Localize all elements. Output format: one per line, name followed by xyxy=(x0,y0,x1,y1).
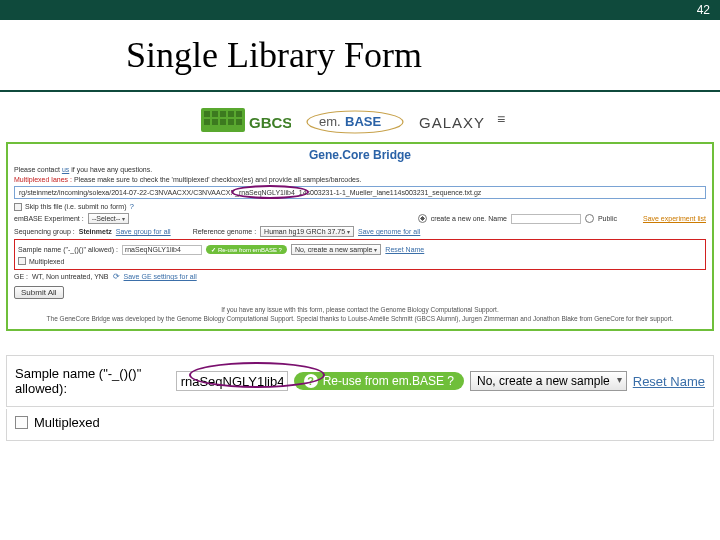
reuse-select[interactable]: No, create a new sample xyxy=(470,371,627,391)
highlight-oval-path-icon xyxy=(231,185,309,199)
reuse-select-value: No, create a new sample xyxy=(477,374,610,388)
logo-row: GBCS em. BASE GALAXY ≡ xyxy=(0,108,720,136)
gbcs-logo: GBCS xyxy=(201,108,291,136)
svg-rect-3 xyxy=(220,111,226,117)
submit-all-button[interactable]: Submit All xyxy=(14,286,64,299)
refresh-icon[interactable]: ⟳ xyxy=(113,272,120,281)
multiplexed-row-small: Multiplexed xyxy=(18,257,702,265)
footer-line-1: If you have any issue with this form, pl… xyxy=(14,305,706,314)
reuse-pill-label: Re-use from em.BASE ? xyxy=(323,374,454,388)
enlarged-multiplex-row: Multiplexed xyxy=(6,409,714,441)
ge-label: GE : xyxy=(14,273,28,280)
public-radio[interactable] xyxy=(585,214,594,223)
galaxy-logo: GALAXY ≡ xyxy=(419,108,519,136)
save-genome-link[interactable]: Save genome for all xyxy=(358,228,420,235)
panel-footer: If you have any issue with this form, pl… xyxy=(14,305,706,323)
ge-value: WT, Non untreated, YNB xyxy=(32,273,109,280)
footer-line-2: The GeneCore Bridge was developed by the… xyxy=(14,314,706,323)
svg-rect-9 xyxy=(228,119,234,125)
sample-name-input[interactable] xyxy=(176,371,288,391)
slide-title: Single Library Form xyxy=(126,34,422,76)
sample-name-label-small: Sample name ("-_()()" allowed) : xyxy=(18,246,118,253)
svg-rect-4 xyxy=(228,111,234,117)
svg-rect-6 xyxy=(204,119,210,125)
experiment-select-value: --Select-- xyxy=(92,215,121,222)
svg-rect-1 xyxy=(204,111,210,117)
question-icon: ? xyxy=(304,374,318,388)
experiment-label: emBASE Experiment : xyxy=(14,215,84,222)
multiplex-warn-text: Please make sure to check the 'multiplex… xyxy=(74,176,362,183)
skip-file-row: Skip this file (i.e. submit no form) ? xyxy=(14,202,706,211)
svg-rect-5 xyxy=(236,111,242,117)
seq-group-label: Sequencing group : xyxy=(14,228,75,235)
chevron-down-icon: ▾ xyxy=(374,246,377,253)
skip-file-checkbox[interactable] xyxy=(14,203,22,211)
svg-text:em.: em. xyxy=(319,114,341,129)
experiment-select[interactable]: --Select--▾ xyxy=(88,213,130,224)
save-experiment-link[interactable]: Save experiment list xyxy=(643,215,706,222)
ref-genome-value: Human hg19 GRCh 37.75 xyxy=(264,228,345,235)
multiplex-warn-label: Multiplexed lanes : xyxy=(14,176,72,183)
contact-prefix: Please contact xyxy=(14,166,62,173)
help-icon[interactable]: ? xyxy=(130,202,134,211)
ref-genome-select[interactable]: Human hg19 GRCh 37.75▾ xyxy=(260,226,354,237)
enlarged-sample-row: Sample name ("-_()()" allowed): ? Re-use… xyxy=(6,355,714,407)
multiplexed-checkbox-small[interactable] xyxy=(18,257,26,265)
create-new-radio[interactable] xyxy=(418,214,427,223)
multiplexed-label: Multiplexed xyxy=(34,415,100,430)
contact-suffix: if you have any questions. xyxy=(71,166,152,173)
new-name-input[interactable] xyxy=(511,214,581,224)
svg-text:GBCS: GBCS xyxy=(249,114,291,131)
svg-text:GALAXY: GALAXY xyxy=(419,114,485,131)
save-group-link[interactable]: Save group for all xyxy=(116,228,171,235)
svg-rect-8 xyxy=(220,119,226,125)
experiment-row: emBASE Experiment : --Select--▾ create a… xyxy=(14,213,706,224)
file-path-box: rg/steinmetz/incoming/solexa/2014-07-22-… xyxy=(14,186,706,199)
chevron-down-icon: ▾ xyxy=(122,215,125,222)
sample-name-label: Sample name ("-_()()" allowed): xyxy=(15,366,170,396)
sample-name-row-small: Sample name ("-_()()" allowed) : rnaSeqN… xyxy=(18,244,702,255)
embase-logo: em. BASE xyxy=(305,108,405,136)
seq-group-row: Sequencing group : Steinmetz Save group … xyxy=(14,226,706,237)
reset-name-link[interactable]: Reset Name xyxy=(633,374,705,389)
bridge-panel: Gene.Core Bridge Please contact us if yo… xyxy=(6,142,714,331)
slide-title-band: Single Library Form xyxy=(0,18,720,92)
seq-group-value: Steinmetz xyxy=(79,228,112,235)
multiplexed-checkbox[interactable] xyxy=(15,416,28,429)
chevron-down-icon: ▾ xyxy=(347,228,350,235)
svg-rect-2 xyxy=(212,111,218,117)
red-highlight-box: Sample name ("-_()()" allowed) : rnaSeqN… xyxy=(14,239,706,270)
ref-genome-label: Reference genome : xyxy=(193,228,256,235)
multiplex-warning: Multiplexed lanes : Please make sure to … xyxy=(14,176,706,183)
contact-line: Please contact us if you have any questi… xyxy=(14,166,706,173)
reuse-pill-small[interactable]: Re-use from emBASE ? xyxy=(206,245,287,254)
create-new-label: create a new one. Name xyxy=(431,215,507,222)
svg-text:≡: ≡ xyxy=(497,111,505,127)
sample-name-input-small[interactable]: rnaSeqNGLY1lib4 xyxy=(122,245,202,255)
bridge-title: Gene.Core Bridge xyxy=(14,148,706,162)
multiplexed-label-small: Multiplexed xyxy=(29,258,64,265)
svg-rect-10 xyxy=(236,119,242,125)
contact-us-link[interactable]: us xyxy=(62,166,69,173)
ge-row: GE : WT, Non untreated, YNB ⟳ Save GE se… xyxy=(14,272,706,281)
page-number-bar: 42 xyxy=(0,0,720,18)
svg-rect-7 xyxy=(212,119,218,125)
skip-file-label: Skip this file (i.e. submit no form) xyxy=(25,203,127,210)
svg-text:BASE: BASE xyxy=(345,114,381,129)
page-number: 42 xyxy=(697,3,710,17)
save-ge-link[interactable]: Save GE settings for all xyxy=(124,273,197,280)
public-label: Public xyxy=(598,215,617,222)
reset-name-link-small[interactable]: Reset Name xyxy=(385,246,424,253)
reuse-pill[interactable]: ? Re-use from em.BASE ? xyxy=(294,372,464,390)
reuse-select-small[interactable]: No, create a new sample▾ xyxy=(291,244,381,255)
submit-row: Submit All xyxy=(14,286,706,299)
